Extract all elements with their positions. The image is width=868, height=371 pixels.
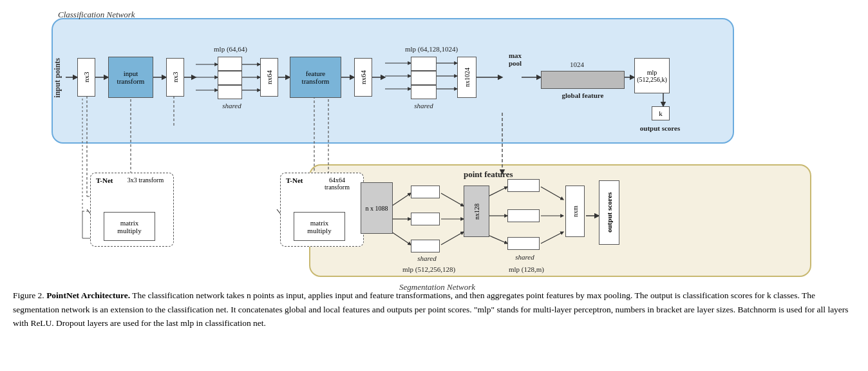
input-transform-box: input transform xyxy=(108,57,153,98)
mlp-512256128-label: mlp (512,256,128) xyxy=(402,265,455,273)
mlp-128m-label: mlp (128,m) xyxy=(509,265,544,273)
shared3-box-2 xyxy=(411,213,440,225)
diagram: Classification Network Segmentation Netw… xyxy=(13,6,855,283)
caption-title: PointNet Architecture. xyxy=(46,290,130,300)
nx128-box: nx128 xyxy=(464,186,489,237)
global-feature-bar xyxy=(541,71,625,89)
nxm-box: nxm xyxy=(565,186,585,237)
output-scores-seg: output scores xyxy=(599,180,619,245)
max-pool-label: max pool xyxy=(502,52,528,67)
shared-label-3: shared xyxy=(411,254,443,262)
tnet2-box: T-Net 64x64 transform matrix multiply xyxy=(280,173,364,247)
point-features-label: point features xyxy=(464,169,513,180)
figure-num: Figure 2. xyxy=(13,290,44,300)
mlp-641281024-label: mlp (64,128,1024) xyxy=(393,45,470,53)
seg-network-label: Segmentation Network xyxy=(399,282,475,292)
feature-transform-box: feature transform xyxy=(290,57,341,98)
caption: Figure 2. PointNet Architecture. The cla… xyxy=(13,289,855,330)
mlp-641281024-box-1 xyxy=(411,57,437,71)
mlp-641281024-box-2 xyxy=(411,71,437,85)
classif-network-box xyxy=(52,18,734,144)
mlp-641281024-box-3 xyxy=(411,85,437,99)
shared3-box-3 xyxy=(411,240,440,252)
shared3-box-1 xyxy=(411,186,440,198)
matrix-multiply-2-box: matrix multiply xyxy=(294,212,345,241)
shared-label-1: shared xyxy=(219,102,245,109)
size-1024-label: 1024 xyxy=(570,61,584,68)
tnet1-label: T-Net xyxy=(96,176,113,184)
mlp-512256k-box: mlp (512,256,k) xyxy=(634,58,670,93)
nx1024-box: nx1024 xyxy=(457,57,476,98)
nx64-box-1: nx64 xyxy=(260,58,278,97)
global-feature-label: global feature xyxy=(541,91,625,99)
nx3-box-2: nx3 xyxy=(166,58,184,97)
shared4-box-1 xyxy=(507,179,540,192)
nx1088-box: n x 1088 xyxy=(361,182,393,234)
shared-label-4: shared xyxy=(509,253,541,261)
shared-label-2: shared xyxy=(411,102,437,109)
mlp-6464-box-1 xyxy=(218,57,242,71)
caption-text: The classification network takes n point… xyxy=(13,290,849,328)
shared4-box-3 xyxy=(507,237,540,250)
transform-3x3-label: 3x3 transform xyxy=(126,176,165,184)
classif-network-label: Classification Network xyxy=(58,10,135,20)
mlp-6464-label: mlp (64,64) xyxy=(205,45,256,53)
k-box: k xyxy=(652,106,670,120)
mlp-6464-box-2 xyxy=(218,71,242,85)
tnet1-box: T-Net 3x3 transform matrix multiply xyxy=(90,173,174,247)
transform-64x64-label: 64x64 transform xyxy=(316,176,358,191)
shared4-box-2 xyxy=(507,209,540,222)
mlp-6464-box-3 xyxy=(218,85,242,99)
nx3-box-1: nx3 xyxy=(77,58,95,97)
output-scores-top: output scores xyxy=(634,124,686,132)
input-points-label: input points xyxy=(53,58,66,98)
tnet2-label: T-Net xyxy=(286,176,303,184)
nx64-box-2: nx64 xyxy=(354,58,372,97)
matrix-multiply-1-box: matrix multiply xyxy=(104,212,155,241)
